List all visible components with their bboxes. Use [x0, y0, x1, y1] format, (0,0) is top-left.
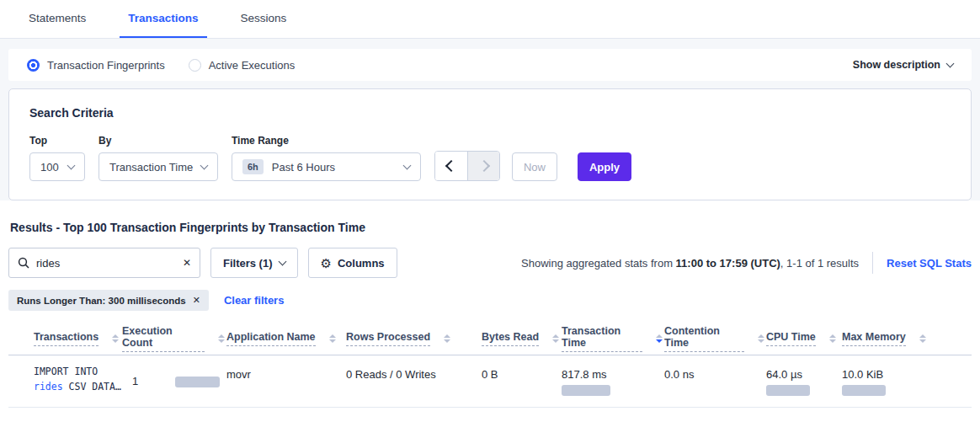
- contention-time-cell: 0.0 ns: [663, 355, 764, 407]
- time-window-arrows: [434, 151, 500, 181]
- transaction-time-cell: 817.8 ms: [560, 355, 663, 407]
- sort-icon[interactable]: [329, 334, 336, 344]
- results-section: Results - Top 100 Transaction Fingerprin…: [0, 200, 980, 422]
- search-icon: [18, 257, 29, 269]
- chevron-down-icon: [946, 60, 955, 68]
- column-header-execution-count: Execution Count: [120, 323, 225, 355]
- rows-processed-cell: 0 Reads / 0 Writes: [344, 355, 480, 407]
- transactions-table: Transactions Execution Count Application…: [8, 323, 972, 408]
- search-criteria-title: Search Criteria: [29, 106, 951, 120]
- sql-table-link[interactable]: rides: [34, 381, 63, 393]
- table-row: IMPORT INTO rides CSV DATA… 1 movr 0 Rea…: [8, 355, 972, 408]
- time-range-select[interactable]: 6h Past 6 Hours: [232, 152, 421, 181]
- results-heading: Results - Top 100 Transaction Fingerprin…: [8, 221, 972, 234]
- column-header-transactions: Transactions: [8, 323, 120, 355]
- sort-icon[interactable]: [919, 334, 926, 344]
- active-filters-row: Runs Longer Than: 300 milliseconds ✕ Cle…: [8, 290, 972, 311]
- radio-active-executions[interactable]: Active Executions: [189, 59, 296, 72]
- search-box[interactable]: ✕: [8, 248, 200, 278]
- aggregated-stats-text: Showing aggregated stats from 11:00 to 1…: [521, 257, 859, 270]
- chevron-right-icon: [477, 160, 489, 172]
- radio-unselected-icon: [189, 59, 201, 72]
- reset-sql-stats-link[interactable]: Reset SQL Stats: [887, 257, 972, 270]
- filters-button[interactable]: Filters (1): [210, 248, 298, 278]
- tab-sessions[interactable]: Sessions: [232, 0, 296, 38]
- radio-label: Active Executions: [209, 59, 296, 72]
- remove-filter-icon[interactable]: ✕: [193, 295, 200, 306]
- next-time-window-button[interactable]: [467, 152, 499, 180]
- time-range-badge: 6h: [242, 159, 264, 174]
- execution-count-value: 1: [132, 375, 138, 387]
- chevron-down-icon: [403, 162, 412, 170]
- search-criteria-form: Top 100 By Transaction Time Time Range 6…: [29, 135, 951, 181]
- sort-icon[interactable]: [758, 334, 764, 344]
- time-range-field: Time Range 6h Past 6 Hours: [232, 135, 421, 181]
- top-label: Top: [29, 135, 85, 147]
- previous-time-window-button[interactable]: [435, 152, 467, 180]
- transaction-time-value: 817.8 ms: [562, 368, 658, 381]
- sort-icon[interactable]: [829, 334, 836, 344]
- search-criteria-card: Search Criteria Top 100 By Transaction T…: [8, 88, 972, 200]
- by-select[interactable]: Transaction Time: [99, 152, 218, 181]
- clear-search-icon[interactable]: ✕: [183, 257, 191, 269]
- application-name-cell: movr: [225, 355, 344, 407]
- stats-area: Showing aggregated stats from 11:00 to 1…: [521, 252, 972, 274]
- sort-icon[interactable]: [218, 334, 225, 344]
- view-toggle-row: Transaction Fingerprints Active Executio…: [8, 49, 972, 81]
- by-field: By Transaction Time: [99, 135, 218, 181]
- time-range-label: Time Range: [232, 135, 421, 147]
- max-memory-bar: [842, 385, 886, 396]
- search-input[interactable]: [36, 257, 183, 270]
- filter-chip-label: Runs Longer Than: 300 milliseconds: [17, 296, 186, 306]
- execution-count-cell: 1: [120, 355, 225, 407]
- vertical-divider: [872, 252, 873, 274]
- table-header-row: Transactions Execution Count Application…: [8, 323, 972, 355]
- column-header-bytes-read: Bytes Read: [480, 323, 560, 355]
- column-header-max-memory: Max Memory: [840, 323, 972, 355]
- column-header-transaction-time: Transaction Time: [560, 323, 663, 355]
- columns-button-label: Columns: [338, 257, 385, 270]
- clear-filters-link[interactable]: Clear filters: [224, 294, 285, 307]
- chevron-down-icon: [200, 162, 209, 170]
- radio-label: Transaction Fingerprints: [47, 59, 165, 72]
- show-description-toggle[interactable]: Show description: [853, 59, 953, 71]
- bytes-read-cell: 0 B: [480, 355, 560, 407]
- gear-icon: ⚙: [321, 257, 332, 270]
- radio-selected-icon: [27, 59, 40, 72]
- filters-button-label: Filters (1): [223, 257, 273, 270]
- now-button[interactable]: Now: [512, 152, 557, 181]
- tab-transactions[interactable]: Transactions: [120, 0, 206, 38]
- by-label: By: [99, 135, 218, 147]
- max-memory-cell: 10.0 KiB: [840, 355, 972, 407]
- radio-transaction-fingerprints[interactable]: Transaction Fingerprints: [27, 59, 165, 72]
- transaction-time-bar: [562, 385, 610, 396]
- top-select-value: 100: [40, 161, 59, 174]
- execution-count-bar: [175, 377, 220, 387]
- transaction-fingerprint-cell[interactable]: IMPORT INTO rides CSV DATA…: [8, 355, 120, 407]
- show-description-label: Show description: [853, 59, 940, 71]
- apply-button[interactable]: Apply: [578, 152, 631, 181]
- column-header-application-name: Application Name: [225, 323, 344, 355]
- filter-chip: Runs Longer Than: 300 milliseconds ✕: [8, 290, 209, 311]
- chevron-down-icon: [67, 162, 76, 170]
- sql-line-1: IMPORT INTO: [34, 365, 115, 380]
- page-tabs: Statements Transactions Sessions: [0, 0, 980, 39]
- sort-icon[interactable]: [552, 334, 559, 344]
- cpu-time-cell: 64.0 µs: [764, 355, 840, 407]
- sql-line-2: rides CSV DATA…: [34, 380, 115, 395]
- chevron-left-icon: [445, 160, 457, 172]
- by-select-value: Transaction Time: [109, 161, 193, 174]
- time-range-value: Past 6 Hours: [272, 161, 335, 174]
- tab-statements[interactable]: Statements: [20, 0, 94, 38]
- cpu-time-bar: [766, 385, 810, 396]
- top-field: Top 100: [29, 135, 85, 181]
- columns-button[interactable]: ⚙ Columns: [308, 248, 397, 278]
- max-memory-value: 10.0 KiB: [842, 368, 967, 381]
- column-header-cpu-time: CPU Time: [764, 323, 840, 355]
- column-header-rows-processed: Rows Processed: [344, 323, 480, 355]
- sort-icon[interactable]: [112, 334, 119, 344]
- sort-icon[interactable]: [444, 334, 450, 344]
- top-select[interactable]: 100: [29, 152, 85, 181]
- cpu-time-value: 64.0 µs: [766, 368, 835, 381]
- sort-icon-active-desc[interactable]: [656, 334, 663, 344]
